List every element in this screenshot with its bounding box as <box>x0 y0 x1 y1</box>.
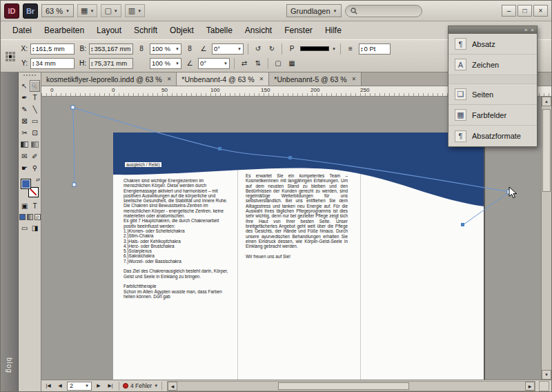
scale-y-field[interactable]: 100 % ▼ <box>150 58 181 69</box>
direct-selection-tool[interactable]: ↖ <box>30 80 40 92</box>
note-tool[interactable]: ✉ <box>19 150 30 162</box>
vertical-scroll-thumb[interactable] <box>542 109 551 192</box>
menu-objekt[interactable]: Objekt <box>164 23 200 38</box>
vertical-scrollbar[interactable]: ▴ ▾ <box>541 97 551 380</box>
bridge-launch-icon[interactable]: Br <box>23 3 38 19</box>
maximize-button[interactable]: □ <box>518 5 532 17</box>
tab-unbenannt-4[interactable]: *Unbenannt-4 @ 63 % ✕ <box>177 72 269 86</box>
rotate-cw-icon[interactable]: ↻ <box>266 43 277 55</box>
scroll-up-icon[interactable]: ▴ <box>542 97 551 106</box>
pen-tool[interactable]: ✒ <box>19 92 30 104</box>
type-tool[interactable]: T <box>30 92 40 104</box>
text-fragment[interactable]: ausgleich / Reiki) <box>125 162 161 167</box>
flip-horizontal-icon[interactable]: ⇄ <box>239 58 250 69</box>
toolbox-grip[interactable] <box>23 75 36 77</box>
close-button[interactable]: × <box>533 5 548 17</box>
horizontal-scrollbar[interactable]: ◀ ▶ <box>167 381 535 391</box>
rotation-field[interactable]: 0° ▼ <box>212 43 244 55</box>
left-panel-dock[interactable]: blog <box>1 72 19 391</box>
stepper-icon[interactable]: ▴▾ <box>32 61 34 66</box>
link-scale-icon[interactable]: 8 <box>184 43 195 55</box>
rotate-ccw-icon[interactable]: ↺ <box>253 43 264 55</box>
scissors-tool[interactable]: ✂ <box>19 127 30 139</box>
gradient-feather-tool[interactable] <box>30 139 40 150</box>
first-page-button[interactable]: |◀ <box>43 383 53 389</box>
pencil-tool[interactable]: ✎ <box>19 104 30 115</box>
panel-item-farbfelder[interactable]: ▦ Farbfelder <box>448 105 537 126</box>
menu-layout[interactable]: Layout <box>90 23 128 38</box>
horizontal-scroll-thumb[interactable] <box>278 382 409 390</box>
eyedropper-tool[interactable]: ✐ <box>30 150 40 162</box>
hand-tool[interactable]: ☛ <box>19 162 30 174</box>
chevron-down-icon[interactable]: ▼ <box>154 384 158 388</box>
preview-view-button[interactable]: ◨ <box>30 222 40 234</box>
story-direction-indicator[interactable]: P <box>286 43 297 55</box>
close-panel-icon[interactable]: × <box>531 28 534 33</box>
frame-tool[interactable]: ⊠ <box>19 115 30 127</box>
stroke-weight-field[interactable]: ▴▾ 0 Pt <box>359 43 391 55</box>
screen-mode-button[interactable]: ▢ ▼ <box>101 4 121 17</box>
zoom-level-dropdown[interactable]: 63 % ▼ <box>41 4 74 17</box>
panel-item-seiten[interactable]: ❏ Seiten <box>448 84 537 105</box>
stepper-icon[interactable]: ▴▾ <box>361 46 363 52</box>
scroll-right-icon[interactable]: ▶ <box>525 382 535 391</box>
line-tool[interactable]: ╲ <box>30 104 40 115</box>
y-position-field[interactable]: ▴▾ 34 mm <box>30 58 75 69</box>
scroll-down-icon[interactable]: ▾ <box>542 370 551 380</box>
close-tab-icon[interactable]: ✕ <box>167 76 172 82</box>
stepper-icon[interactable]: ▴▾ <box>91 46 93 52</box>
menu-bearbeiten[interactable]: Bearbeiten <box>38 23 90 38</box>
selection-tool[interactable]: ↖ <box>19 80 30 92</box>
menu-schrift[interactable]: Schrift <box>128 23 164 38</box>
shear-field[interactable]: 0° ▼ <box>198 58 230 69</box>
previous-page-button[interactable]: ◀ <box>55 383 65 389</box>
menu-hilfe[interactable]: Hilfe <box>319 23 348 38</box>
text-column-2[interactable]: Es erwartet Sie ein kompetentes Team – K… <box>246 173 348 259</box>
anchor-point[interactable] <box>71 106 75 109</box>
panel-item-absatzformate[interactable]: ¶ Absatzformate <box>448 126 537 146</box>
minimize-button[interactable]: – <box>502 5 516 17</box>
anchor-point[interactable] <box>72 183 76 186</box>
reference-point-selector[interactable] <box>6 52 15 61</box>
close-tab-icon[interactable]: ✕ <box>259 76 264 82</box>
fill-color-swatch[interactable] <box>21 179 31 189</box>
apply-none-button[interactable]: ∅ <box>34 214 41 220</box>
flip-vertical-icon[interactable]: ⇅ <box>253 58 264 69</box>
rectangle-tool[interactable]: ▭ <box>30 115 40 127</box>
apply-color-button[interactable] <box>19 214 26 220</box>
tab-kosmetikflyer[interactable]: kosmetikflyer-leporello.indd @ 63 % ✕ <box>41 72 177 86</box>
text-column-1[interactable]: Chakren sind wichtige Energiezentren im … <box>124 178 228 299</box>
view-options-button[interactable]: ▦ ▼ <box>77 4 97 17</box>
menu-tabelle[interactable]: Tabelle <box>200 23 239 38</box>
free-transform-tool[interactable]: ⊡ <box>30 127 40 139</box>
close-tab-icon[interactable]: ✕ <box>352 76 357 82</box>
swap-fill-stroke-icon[interactable]: ⇄ <box>36 177 40 183</box>
panel-item-zeichen[interactable]: A Zeichen <box>448 55 537 75</box>
select-content-icon[interactable]: ▦ <box>286 58 297 69</box>
document-page[interactable]: ausgleich / Reiki) Chakren sind wichtige… <box>113 133 484 380</box>
last-page-button[interactable]: ▶| <box>106 383 115 389</box>
menu-fenster[interactable]: Fenster <box>278 23 319 38</box>
workspace-switcher[interactable]: Grundlagen ▼ <box>286 4 341 17</box>
formatting-affects-text-button[interactable]: T <box>30 200 40 212</box>
next-page-button[interactable]: ▶ <box>94 383 103 389</box>
stepper-icon[interactable]: ▴▾ <box>91 61 93 66</box>
formatting-affects-container-button[interactable]: ▣ <box>19 200 30 212</box>
collapse-panels-icon[interactable]: » <box>524 28 527 33</box>
tab-unbenannt-5[interactable]: *Unbenannt-5 @ 63 % ✕ <box>269 72 362 86</box>
menu-datei[interactable]: Datei <box>6 23 38 38</box>
apply-gradient-button[interactable] <box>27 214 33 220</box>
width-field[interactable]: ▴▾ 353,167 mm <box>89 43 133 55</box>
zoom-tool[interactable]: ⚲ <box>30 162 40 174</box>
menu-ansicht[interactable]: Ansicht <box>239 23 278 38</box>
search-input[interactable] <box>345 5 422 17</box>
x-position-field[interactable]: ▴▾ 161,5 mm <box>30 43 75 55</box>
arrange-documents-button[interactable]: ▥ ▼ <box>125 4 145 17</box>
page-number-field[interactable]: 2 ▼ <box>67 382 92 391</box>
gradient-tool[interactable] <box>19 139 30 150</box>
constrain-proportions-icon[interactable]: 8 <box>136 43 147 55</box>
normal-view-button[interactable]: ▭ <box>19 222 30 234</box>
scroll-left-icon[interactable]: ◀ <box>168 382 177 391</box>
stepper-icon[interactable]: ▴▾ <box>32 46 34 52</box>
resize-grip[interactable] <box>539 381 549 391</box>
